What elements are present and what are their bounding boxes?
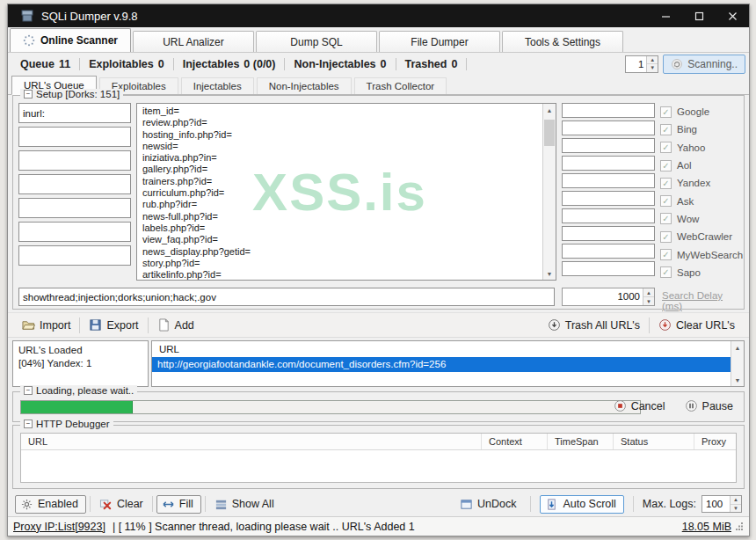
memory-usage-link[interactable]: 18.05 MiB [682, 521, 731, 533]
collapse-icon[interactable]: − [24, 90, 33, 99]
dork-item[interactable]: trainers.php?id= [142, 176, 542, 187]
trash-all-urls-button[interactable]: Trash All URL's [542, 317, 645, 333]
inurl-field[interactable] [18, 103, 131, 123]
engine-checkbox[interactable]: ✓ [660, 124, 672, 135]
engine-checkbox[interactable]: ✓ [660, 266, 672, 278]
pause-button[interactable]: Pause [680, 398, 738, 414]
dork-item[interactable]: item_id= [142, 106, 542, 117]
spin-up-icon[interactable]: ▲ [647, 56, 658, 65]
tab-tools-settings[interactable]: Tools & Settings [502, 31, 623, 52]
maximize-button[interactable] [682, 4, 716, 27]
prefix-field[interactable] [18, 222, 131, 242]
dork-item[interactable]: hosting_info.php?id= [142, 129, 542, 141]
engine-checkbox[interactable]: ✓ [660, 178, 672, 189]
collapse-icon[interactable]: − [24, 420, 33, 428]
spin-up-icon[interactable]: ▲ [643, 288, 654, 297]
spin-down-icon[interactable]: ▼ [731, 505, 741, 513]
url-column-header[interactable]: URL [152, 341, 744, 357]
scrollbar-thumb[interactable] [544, 120, 555, 146]
subtab-trash-collector[interactable]: Trash Collector [354, 77, 447, 94]
scroll-up-icon[interactable]: ▲ [731, 341, 744, 354]
dork-item[interactable]: rub.php?idr= [142, 199, 542, 210]
engine-field[interactable] [562, 244, 655, 259]
tab-url-analizer[interactable]: URL Analizer [133, 31, 254, 52]
prefix-field[interactable] [18, 127, 131, 147]
tab-file-dumper[interactable]: File Dumper [379, 31, 500, 52]
url-list-box[interactable]: URL http://georgiafootandankle.com/docum… [151, 340, 745, 387]
spin-down-icon[interactable]: ▼ [643, 297, 654, 305]
engine-checkbox[interactable]: ✓ [660, 213, 672, 224]
engine-field[interactable] [562, 120, 655, 135]
tab-online-scanner[interactable]: Online Scanner [10, 28, 131, 52]
dork-item[interactable]: review.php?id= [142, 117, 542, 128]
dork-item[interactable]: newsid= [142, 141, 542, 152]
engine-checkbox[interactable]: ✓ [660, 249, 672, 260]
tab-dump-sql[interactable]: Dump SQL [256, 31, 377, 52]
dork-item[interactable]: view_faq.php?id= [142, 234, 542, 245]
clear-log-button[interactable]: Clear [94, 496, 149, 513]
collapse-icon[interactable]: − [24, 386, 33, 395]
dork-item[interactable]: artikelinfo.php?id= [142, 269, 542, 281]
engine-checkbox[interactable]: ✓ [660, 195, 672, 207]
dork-item[interactable]: story.php?id= [142, 258, 542, 269]
selected-url-row[interactable]: http://georgiafootandankle.com/document_… [152, 357, 731, 372]
proxy-list-link[interactable]: Proxy IP:List[9923] [13, 521, 105, 533]
prefix-field[interactable] [18, 150, 131, 171]
max-logs-stepper[interactable]: 100 ▲▼ [701, 495, 742, 513]
minimize-button[interactable] [649, 4, 682, 27]
enabled-toggle[interactable]: Enabled [15, 495, 86, 514]
dork-item[interactable]: labels.php?id= [142, 223, 542, 234]
keyword-filter-field[interactable] [18, 288, 555, 306]
scroll-down-icon[interactable]: ▼ [543, 267, 556, 280]
import-button[interactable]: Import [17, 317, 76, 333]
column-proxy[interactable]: Proxy [694, 434, 736, 449]
spin-up-icon[interactable]: ▲ [731, 496, 741, 505]
engine-checkbox[interactable]: ✓ [660, 160, 672, 171]
dork-scrollbar[interactable]: ▲ ▼ [542, 104, 556, 280]
threads-value[interactable]: 1 [626, 56, 646, 72]
engine-field[interactable] [562, 103, 655, 118]
engine-field[interactable] [562, 226, 655, 241]
undock-button[interactable]: UnDock [454, 496, 521, 513]
threads-stepper[interactable]: 1 ▲▼ [625, 55, 658, 73]
cancel-button[interactable]: Cancel [608, 398, 671, 414]
column-url[interactable]: URL [21, 434, 481, 449]
engine-checkbox[interactable]: ✓ [660, 142, 672, 153]
dork-list[interactable]: XSS.is item_id= review.php?id= hosting_i… [136, 103, 556, 281]
dork-item[interactable]: curriculum.php?id= [142, 187, 542, 199]
title-bar[interactable]: SQLi Dumper v.9.8 [8, 4, 749, 27]
dork-item[interactable]: news_display.php?getid= [142, 246, 542, 258]
subtab-injectables[interactable]: Injectables [181, 77, 254, 94]
prefix-field[interactable] [18, 198, 131, 218]
engine-field[interactable] [562, 191, 655, 206]
engine-field[interactable] [562, 208, 655, 223]
close-button[interactable] [716, 4, 749, 27]
search-delay-value[interactable]: 1000 [563, 288, 643, 305]
dork-item[interactable]: news-full.php?id= [142, 211, 542, 223]
auto-scroll-toggle[interactable]: Auto Scroll [540, 495, 623, 514]
add-button[interactable]: Add [152, 317, 200, 333]
engine-field[interactable] [562, 173, 655, 188]
column-timespan[interactable]: TimeSpan [547, 434, 613, 449]
export-button[interactable]: Export [84, 317, 143, 333]
url-list-scrollbar[interactable]: ▲ ▼ [731, 341, 744, 386]
scroll-down-icon[interactable]: ▼ [731, 374, 744, 386]
dork-item[interactable]: iniziativa.php?in= [142, 152, 542, 164]
spin-down-icon[interactable]: ▼ [647, 64, 658, 72]
engine-field[interactable] [562, 156, 655, 171]
fill-toggle[interactable]: Fill [156, 495, 201, 514]
scanning-button[interactable]: Scanning.. [663, 55, 745, 74]
engine-field[interactable] [562, 138, 655, 153]
show-all-button[interactable]: Show All [209, 496, 280, 513]
max-logs-value[interactable]: 100 [702, 496, 730, 512]
subtab-non-injectables[interactable]: Non-Injectables [257, 77, 352, 94]
resize-grip-icon[interactable] [736, 522, 744, 530]
engine-field[interactable] [562, 261, 655, 276]
prefix-field[interactable] [18, 245, 131, 266]
clear-urls-button[interactable]: Clear URL's [653, 317, 740, 333]
dork-item[interactable]: gallery.php?id= [142, 164, 542, 175]
prefix-field[interactable] [18, 174, 131, 194]
engine-checkbox[interactable]: ✓ [660, 231, 672, 243]
column-status[interactable]: Status [613, 434, 694, 449]
scroll-up-icon[interactable]: ▲ [543, 104, 556, 116]
